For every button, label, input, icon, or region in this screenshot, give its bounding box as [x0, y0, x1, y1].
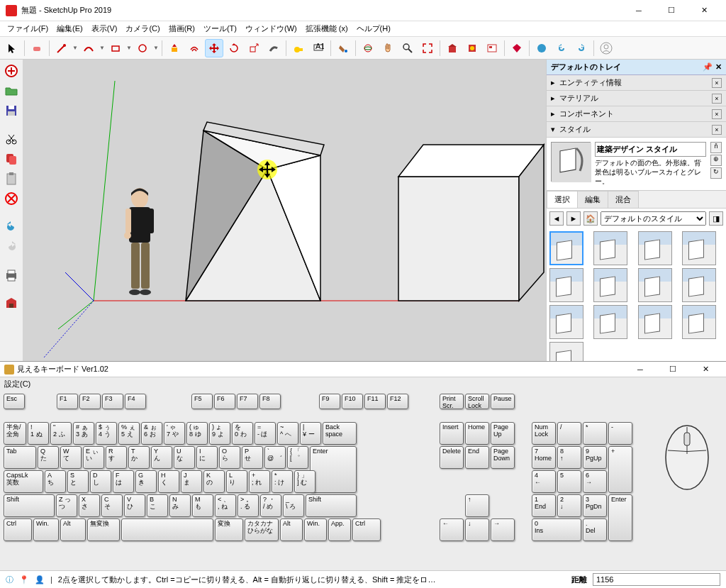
- close-icon[interactable]: ×: [712, 78, 722, 88]
- key-r1-0[interactable]: !1 ぬ: [28, 422, 49, 445]
- pushpull-tool[interactable]: [165, 39, 184, 57]
- key-right[interactable]: →: [491, 518, 515, 541]
- key-r4-9[interactable]: ? ・/ め: [260, 494, 281, 517]
- key-r3-4[interactable]: G き: [135, 470, 157, 493]
- key-win-l[interactable]: Win.: [33, 518, 59, 541]
- help-icon[interactable]: ⓘ: [6, 575, 13, 585]
- model-info-icon[interactable]: [3, 295, 20, 312]
- key-r4-1[interactable]: X さ: [79, 494, 100, 517]
- key-numdot[interactable]: .Del: [583, 518, 607, 541]
- key-r2-6[interactable]: U な: [174, 446, 195, 469]
- key-home[interactable]: Home: [465, 422, 489, 445]
- style-thumb[interactable]: [549, 268, 583, 302]
- key-insert[interactable]: Insert: [440, 422, 464, 445]
- key-num8[interactable]: 8↑: [557, 446, 581, 469]
- key-up[interactable]: ↑: [465, 494, 489, 517]
- key-f8[interactable]: F8: [259, 394, 281, 409]
- key-r4-2[interactable]: C そ: [101, 494, 123, 517]
- circle-tool[interactable]: [133, 39, 152, 57]
- key-r2-1[interactable]: W て: [60, 446, 82, 469]
- key-ctrl-l[interactable]: Ctrl: [4, 518, 32, 541]
- close-button[interactable]: ✕: [688, 0, 720, 21]
- key-num4[interactable]: 4←: [532, 470, 556, 493]
- style-thumb[interactable]: [593, 305, 627, 339]
- style-thumb[interactable]: [682, 268, 716, 302]
- key-f12[interactable]: F12: [387, 394, 408, 409]
- key-f4[interactable]: F4: [125, 394, 146, 409]
- style-thumb[interactable]: [593, 231, 627, 265]
- key-numadd[interactable]: +: [608, 446, 632, 493]
- redo-button[interactable]: [572, 39, 591, 57]
- key-r2-7[interactable]: I に: [196, 446, 218, 469]
- key-r2-3[interactable]: R す: [106, 446, 127, 469]
- user-icon[interactable]: 👤: [35, 575, 45, 584]
- style-thumb[interactable]: [638, 231, 672, 265]
- key-f7[interactable]: F7: [237, 394, 258, 409]
- offset-tool[interactable]: [185, 39, 203, 57]
- style-thumb[interactable]: [593, 268, 627, 302]
- key-r4-0[interactable]: Z っ つ: [56, 494, 77, 517]
- style-thumb[interactable]: [638, 305, 672, 339]
- key-r1-2[interactable]: # ぁ3 あ: [73, 422, 94, 445]
- kbd-maximize[interactable]: ☐: [657, 359, 689, 380]
- key-numlock[interactable]: NumLock: [532, 422, 556, 445]
- key-r2-8[interactable]: O ら: [219, 446, 240, 469]
- key-r3-8[interactable]: L り: [226, 470, 247, 493]
- rectangle-tool[interactable]: [106, 39, 125, 57]
- orbit-tool[interactable]: [359, 39, 377, 57]
- tray-component[interactable]: ▸コンポーネント×: [547, 106, 726, 122]
- key-win-r[interactable]: Win.: [304, 518, 327, 541]
- undo-icon[interactable]: [3, 218, 20, 235]
- key-muhenkan[interactable]: 無変換: [87, 518, 120, 541]
- key-r4-8[interactable]: > 。. る: [238, 494, 259, 517]
- key-num5[interactable]: 5: [557, 470, 581, 493]
- style-new-icon[interactable]: ⊕: [710, 155, 722, 166]
- menu-edit[interactable]: 編集(E): [52, 23, 87, 34]
- key-backspace[interactable]: Backspace: [323, 422, 357, 445]
- style-thumb[interactable]: [682, 305, 716, 339]
- close-icon[interactable]: ×: [712, 94, 722, 104]
- key-henkan[interactable]: 変換: [215, 518, 243, 541]
- key-numsub[interactable]: -: [608, 422, 632, 445]
- key-r2-9[interactable]: P せ: [242, 446, 263, 469]
- key-space[interactable]: [121, 518, 213, 541]
- kbd-close[interactable]: ✕: [689, 359, 722, 380]
- key-pause[interactable]: Pause: [491, 394, 515, 409]
- menu-window[interactable]: ウィンドウ(W): [241, 23, 301, 34]
- key-r1-4[interactable]: % ぇ5 え: [118, 422, 140, 445]
- key-f11[interactable]: F11: [364, 394, 386, 409]
- plugin-1[interactable]: [532, 39, 551, 57]
- new-component-icon[interactable]: [3, 62, 20, 79]
- key-r3-7[interactable]: K の: [203, 470, 225, 493]
- key-prtsc[interactable]: PrintScr.: [440, 394, 464, 409]
- close-icon[interactable]: ×: [712, 125, 722, 135]
- tab-select[interactable]: 選択: [547, 191, 578, 208]
- tab-mix[interactable]: 混合: [608, 191, 639, 208]
- key-enter[interactable]: Enter: [310, 446, 357, 493]
- delete-icon[interactable]: [3, 190, 20, 207]
- key-f10[interactable]: F10: [342, 394, 363, 409]
- key-r1-10[interactable]: = - ほ: [255, 422, 276, 445]
- select-tool[interactable]: [3, 39, 21, 57]
- warehouse-tool[interactable]: [443, 39, 462, 57]
- key-r4-6[interactable]: M も: [192, 494, 213, 517]
- key-r3-9[interactable]: +; れ: [249, 470, 270, 493]
- paint-tool[interactable]: [334, 39, 352, 57]
- key-alt-l[interactable]: Alt: [60, 518, 86, 541]
- tray-material[interactable]: ▸マテリアル×: [547, 91, 726, 106]
- key-r1-8[interactable]: ) ょ9 よ: [209, 422, 230, 445]
- back-button[interactable]: ◄: [549, 211, 564, 226]
- key-r3-6[interactable]: J ま: [181, 470, 202, 493]
- key-pgdn[interactable]: PageDown: [491, 446, 515, 469]
- geo-icon[interactable]: 📍: [19, 575, 29, 584]
- key-r4-10[interactable]: _\ ろ: [283, 494, 304, 517]
- key-f1[interactable]: F1: [57, 394, 78, 409]
- pan-tool[interactable]: [379, 39, 397, 57]
- menu-ext[interactable]: 拡張機能 (x): [301, 23, 352, 34]
- key-r3-10[interactable]: *: け: [272, 470, 293, 493]
- undo-button[interactable]: [552, 39, 571, 57]
- key-r3-11[interactable]: } 」] む: [294, 470, 315, 493]
- tape-tool[interactable]: [289, 39, 308, 57]
- key-num7[interactable]: 7Home: [532, 446, 556, 469]
- key-left[interactable]: ←: [440, 518, 464, 541]
